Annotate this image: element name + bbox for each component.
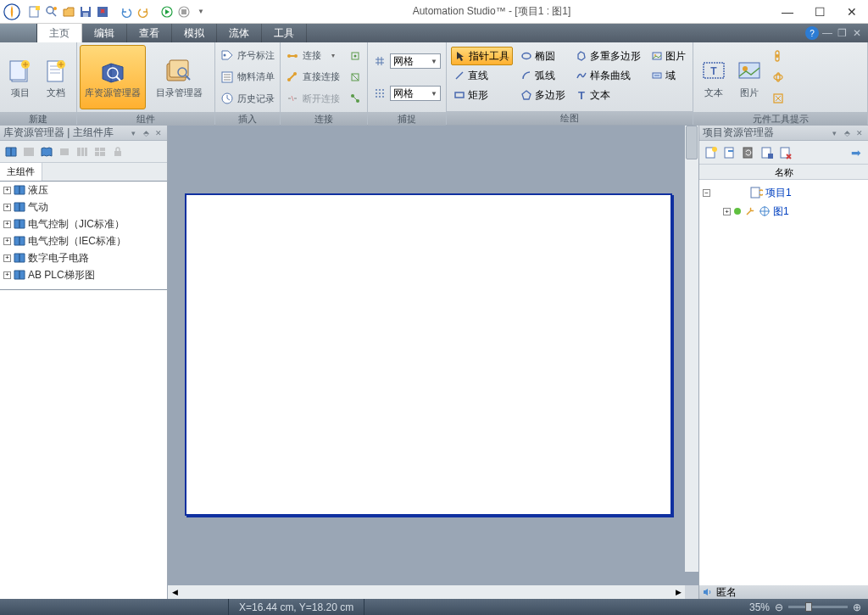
expand-icon[interactable]: + [3,238,11,245]
stop-icon[interactable] [176,4,192,20]
hint-clear-button[interactable] [769,88,787,109]
tab-edit[interactable]: 编辑 [82,24,127,42]
pointer-tool-button[interactable]: 指针工具 [451,47,513,65]
mdi-restore-icon[interactable]: ❐ [837,27,849,39]
tab-tools[interactable]: 工具 [262,24,307,42]
lib-book-open-icon[interactable] [39,144,54,159]
redo-icon[interactable] [136,4,151,20]
expand-icon[interactable]: + [3,254,11,262]
canvas-viewport[interactable] [168,126,698,585]
undo-icon[interactable] [119,4,134,20]
panel-pin-icon[interactable]: ⬘ [141,128,151,138]
proj-delete-icon[interactable] [777,144,794,161]
panel-dropdown-icon[interactable]: ▾ [128,128,138,138]
mdi-close-icon[interactable]: ✕ [853,27,865,39]
polygon-button[interactable]: 多边形 [518,86,568,104]
connect-opt-3[interactable] [346,88,364,109]
proj-save-icon[interactable] [759,144,776,161]
minimize-button[interactable]: — [771,0,804,24]
tab-fluid[interactable]: 流体 [217,24,262,42]
tree-row[interactable]: +电气控制（JIC标准） [0,215,167,232]
tree-row[interactable]: +液压 [0,182,167,198]
spline-button[interactable]: 样条曲线 [573,66,643,85]
panel-pin-icon[interactable]: ⬘ [842,128,852,138]
zoom-out-icon[interactable]: ⊖ [775,601,783,613]
maximize-button[interactable]: ☐ [804,0,836,24]
qat-save-icon[interactable] [78,4,93,20]
grid-snap-2[interactable]: 网格▼ [370,83,443,103]
proj-more-icon[interactable]: ➡ [848,144,865,161]
sequence-label-button[interactable]: 序号标注 [218,46,277,66]
tree-row[interactable]: +AB PLC梯形图 [0,266,167,283]
zoom-in-icon[interactable]: ⊕ [853,601,861,613]
lib-grid2-icon[interactable] [92,144,108,159]
lib-grid1-icon[interactable] [75,144,90,159]
zoom-slider-thumb[interactable] [805,602,812,612]
qat-close-icon[interactable] [95,4,110,20]
qat-open-icon[interactable] [61,4,76,20]
proj-refresh-icon[interactable] [740,144,757,161]
disconnect-button[interactable]: 断开连接 [283,88,342,109]
help-icon[interactable]: ? [805,26,819,40]
hint-text-button[interactable]: T 文本 [696,45,732,109]
mdi-minimize-icon[interactable]: — [822,27,834,39]
play-icon[interactable] [159,4,175,20]
new-document-button[interactable]: 文档 [38,45,74,109]
drawing-page[interactable] [185,193,672,516]
panel-dropdown-icon[interactable]: ▾ [829,128,839,138]
expand-icon[interactable]: + [3,271,11,279]
expand-icon[interactable]: + [3,204,11,211]
connect-opt-2[interactable] [346,67,364,87]
horizontal-scrollbar[interactable]: ◀ ▶ [168,585,698,599]
rect-button[interactable]: 矩形 [451,86,513,104]
lib-book-gray-icon[interactable] [21,144,36,159]
grid-combo-1[interactable]: 网格▼ [390,53,441,69]
history-button[interactable]: 历史记录 [218,88,277,109]
grid-combo-2[interactable]: 网格▼ [390,86,441,101]
library-tree[interactable]: +液压 +气动 +电气控制（JIC标准） +电气控制（IEC标准） +数字电子电… [0,182,167,290]
scroll-left-icon[interactable]: ◀ [168,585,181,599]
vertical-scrollbar[interactable] [685,126,698,572]
connect-button[interactable]: 连接▾ [283,46,342,66]
expand-icon[interactable]: + [3,221,11,228]
proj-open-icon[interactable] [721,144,738,161]
hint-attach-button[interactable] [769,67,787,87]
tab-home[interactable]: 主页 [37,24,82,42]
tree-row[interactable]: +电气控制（IEC标准） [0,232,167,249]
expand-icon[interactable]: + [3,187,11,194]
tab-view[interactable]: 查看 [127,24,172,42]
project-tree[interactable]: − 项目1 + 图1 [699,180,868,585]
zoom-slider[interactable] [788,606,848,608]
panel-close-icon[interactable]: ✕ [153,128,164,138]
lib-component-icon[interactable] [57,144,72,159]
qat-search-icon[interactable] [44,4,59,20]
project-child-row[interactable]: + 图1 [703,202,865,221]
lib-lock-icon[interactable] [110,144,125,159]
file-tab[interactable] [0,24,37,42]
hint-image-button[interactable]: 图片 [732,45,767,109]
catalog-manager-button[interactable]: 目录管理器 [146,45,212,109]
tab-simulate[interactable]: 模拟 [172,24,217,42]
scroll-thumb[interactable] [686,126,698,159]
arc-button[interactable]: 弧线 [518,66,568,85]
image-button[interactable]: 图片 [648,47,688,65]
new-project-button[interactable]: 项目 [3,45,38,109]
line-button[interactable]: 直线 [451,66,513,85]
close-button[interactable]: ✕ [836,0,868,24]
collapse-icon[interactable]: − [703,189,710,197]
expand-icon[interactable]: + [723,208,731,215]
lib-book-blue-icon[interactable] [3,144,19,159]
grid-snap-1[interactable]: 网格▼ [370,51,443,71]
connect-opt-1[interactable] [346,46,364,66]
text-button[interactable]: T文本 [573,86,643,104]
multipoly-button[interactable]: 多重多边形 [573,47,643,65]
tree-row[interactable]: +数字电子电路 [0,249,167,266]
field-button[interactable]: 域 [648,66,688,85]
qat-new-icon[interactable] [27,4,42,20]
qat-dropdown-icon[interactable]: ▼ [193,4,209,20]
direct-connect-button[interactable]: 直接连接 [283,67,342,87]
library-tab-main[interactable]: 主组件 [0,163,42,181]
project-root-row[interactable]: − 项目1 [703,183,865,202]
scroll-right-icon[interactable]: ▶ [671,585,685,599]
bom-button[interactable]: 物料清单 [218,67,277,87]
